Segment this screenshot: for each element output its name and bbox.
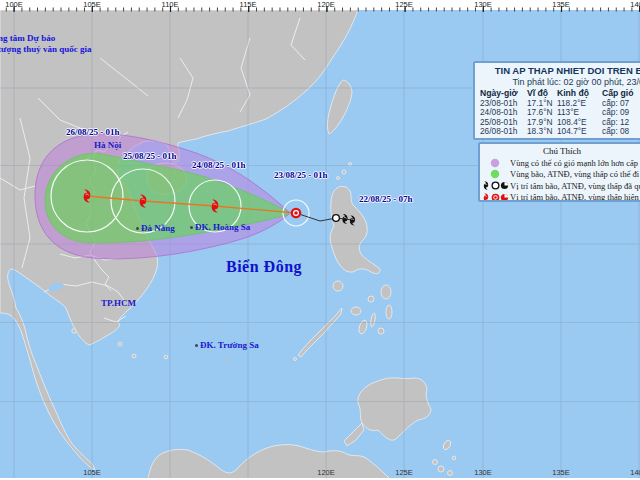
axis-label: 135E	[552, 0, 570, 9]
axis-label: 140E	[630, 468, 640, 477]
place-label: ĐK. Trường Sa	[200, 340, 259, 350]
agency-line-2: tượng thuỷ văn quốc gia	[0, 44, 91, 55]
legend-label: Vùng có thể có gió mạnh lớn hơn cấp 6	[510, 158, 640, 168]
legend-label: Vị trí tâm bão, ATNĐ, vùng thấp hiện tại	[510, 192, 640, 202]
axis-label: 105E	[83, 468, 101, 477]
purple-area-icon	[480, 158, 510, 168]
axis-label: 100E	[5, 0, 23, 9]
legend-item-wind-area: Vùng có thể có gió mạnh lớn hơn cấp 6	[480, 157, 640, 169]
place-hoang-sa: ĐK. Hoàng Sa	[190, 222, 250, 232]
tropical-depression-forecast-map: 100E 105E 110E 115E 120E 125E 130E 135E …	[0, 0, 640, 480]
city-danang: Đà Nẵng	[136, 223, 175, 233]
agency-line-1: ng tâm Dự báo	[0, 33, 91, 44]
cell: 18.3°N	[527, 127, 557, 136]
track-label-25: 25/08/25 - 01h	[123, 151, 177, 161]
legend-panel: Chú Thích Vùng có thể có gió mạnh lớn hơ…	[478, 142, 640, 202]
city-hcm: TP.HCM	[101, 298, 136, 308]
track-label-24: 24/08/25 - 01h	[192, 160, 246, 170]
bulletin-panel: TIN AP THAP NHIET DOI TREN BIEN DONG Tin…	[473, 61, 640, 140]
axis-label: 110E	[162, 0, 179, 9]
past-markers-icon	[480, 180, 510, 191]
axis-label: 105E	[83, 0, 101, 9]
axis-label: 130E	[474, 0, 492, 9]
cell: cấp: 08	[602, 127, 640, 136]
place-dot	[190, 226, 193, 229]
axis-label: 135E	[552, 468, 570, 477]
current-markers-icon	[480, 192, 510, 202]
place-label: ĐK. Hoàng Sa	[195, 222, 250, 232]
cell: 104.7°E	[557, 127, 602, 136]
city-label: Đà Nẵng	[141, 223, 175, 233]
city-hanoi: Hà Nội	[94, 140, 121, 150]
legend-item-storm-area: Vùng bão, ATNĐ, vùng thấp có thể đi qua	[480, 169, 640, 181]
current-position	[291, 208, 302, 219]
axis-label: 125E	[395, 468, 413, 477]
axis-label: 140E	[630, 0, 640, 9]
place-truong-sa: ĐK. Trường Sa	[195, 340, 259, 350]
city-dot	[136, 227, 139, 230]
legend-item-current-positions: Vị trí tâm bão, ATNĐ, vùng thấp hiện tại	[480, 192, 640, 203]
legend-title: Chú Thích	[480, 145, 640, 157]
bulletin-issued: Tin phát lúc: 02 giờ 00 phút, 23/08/2025	[480, 77, 640, 88]
axis-label: 120E	[317, 468, 335, 477]
bulletin-title: TIN AP THAP NHIET DOI TREN BIEN DONG	[480, 65, 640, 77]
sea-name-label: Biển Đông	[226, 258, 302, 276]
axis-label: 130E	[474, 468, 492, 477]
bulletin-row: 26/08-01h 18.3°N 104.7°E cấp: 08 65 km/h	[480, 127, 640, 136]
axis-label: 125E	[395, 0, 413, 9]
green-area-icon	[480, 169, 510, 179]
axis-label: 115E	[240, 0, 257, 9]
past-position-open	[333, 215, 340, 222]
track-label-22: 22/08/25 - 07h	[359, 194, 413, 204]
legend-label: Vị trí tâm bão, ATNĐ, vùng thấp đã qua	[510, 181, 640, 191]
cell: 26/08-01h	[480, 127, 527, 136]
track-label-26: 26/08/25 - 01h	[66, 127, 120, 137]
city-label: TP.HCM	[101, 298, 136, 308]
axis-label: 120E	[317, 0, 335, 9]
city-label: Hà Nội	[94, 140, 121, 150]
legend-item-past-positions: Vị trí tâm bão, ATNĐ, vùng thấp đã qua	[480, 180, 640, 192]
track-label-23: 23/08/25 - 01h	[274, 170, 328, 180]
agency-attribution: ng tâm Dự báo tượng thuỷ văn quốc gia	[0, 33, 91, 55]
legend-label: Vùng bão, ATNĐ, vùng thấp có thể đi qua	[510, 169, 640, 179]
place-dot	[195, 344, 198, 347]
